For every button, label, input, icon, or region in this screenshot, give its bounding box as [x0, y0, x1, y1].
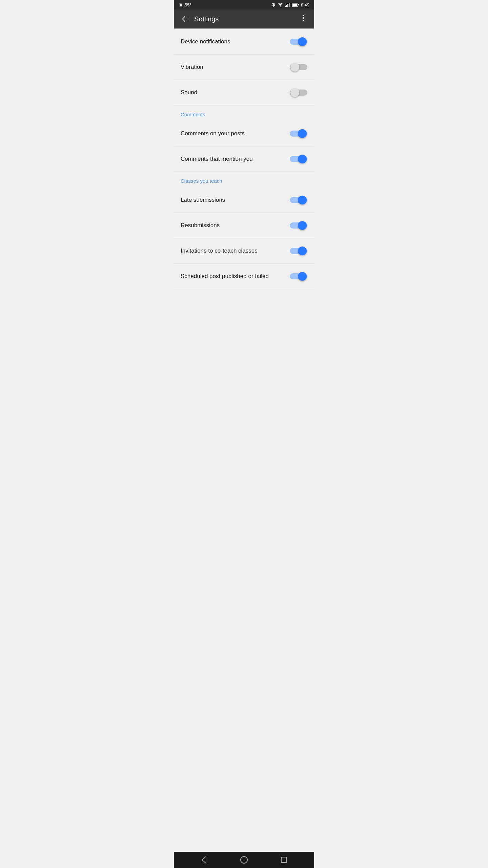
app-bar-left: Settings [179, 14, 219, 24]
toggle-thumb [298, 155, 307, 163]
comments-section-header: Comments [174, 105, 314, 121]
toggle-thumb [298, 129, 307, 138]
home-nav-icon [239, 855, 249, 865]
toggle-thumb [298, 272, 307, 281]
late-submissions-toggle[interactable] [290, 195, 307, 205]
scheduled-post-toggle[interactable] [290, 271, 307, 281]
resubmissions-item: Resubmissions [174, 213, 314, 238]
svg-point-8 [303, 15, 304, 16]
recents-nav-icon [279, 855, 289, 865]
toggle-thumb [290, 63, 299, 72]
scheduled-post-label: Scheduled post published or failed [181, 273, 269, 280]
scheduled-post-item: Scheduled post published or failed [174, 264, 314, 289]
classes-section-header: Classes you teach [174, 172, 314, 188]
toggle-thumb [298, 246, 307, 255]
comments-on-posts-toggle[interactable] [290, 129, 307, 139]
svg-rect-2 [286, 5, 287, 7]
sound-label: Sound [181, 89, 197, 96]
toggle-thumb [298, 196, 307, 204]
home-nav-button[interactable] [237, 852, 251, 867]
late-submissions-item: Late submissions [174, 188, 314, 213]
svg-rect-4 [289, 3, 290, 7]
wifi-icon [278, 2, 283, 7]
comments-section-title: Comments [181, 112, 205, 117]
app-bar: Settings [174, 9, 314, 28]
resubmissions-toggle[interactable] [290, 220, 307, 231]
comments-mention-item: Comments that mention you [174, 146, 314, 172]
bottom-nav [174, 852, 314, 868]
back-button[interactable] [179, 14, 190, 24]
temperature: 55° [185, 2, 191, 7]
device-notifications-toggle[interactable] [290, 37, 307, 47]
back-nav-icon [199, 855, 209, 865]
svg-point-0 [280, 6, 281, 7]
svg-rect-1 [285, 6, 286, 7]
svg-point-12 [241, 856, 247, 863]
toggle-thumb [298, 221, 307, 230]
sound-toggle[interactable] [290, 87, 307, 98]
signal-icon [285, 2, 290, 7]
comments-mention-toggle[interactable] [290, 154, 307, 164]
page-title: Settings [194, 15, 219, 23]
svg-rect-7 [298, 4, 299, 5]
toggle-thumb [298, 37, 307, 46]
recents-nav-button[interactable] [277, 852, 291, 867]
svg-marker-11 [202, 856, 206, 863]
svg-point-9 [303, 17, 304, 19]
status-left: ▣ 55° [179, 2, 191, 7]
back-nav-button[interactable] [197, 852, 211, 867]
bluetooth-icon [271, 2, 276, 7]
settings-content: Device notifications Vibration Sound Com… [174, 29, 314, 852]
vibration-label: Vibration [181, 64, 203, 71]
invitations-coteach-item: Invitations to co-teach classes [174, 238, 314, 264]
more-button[interactable] [298, 13, 309, 25]
svg-rect-6 [292, 4, 297, 6]
svg-rect-13 [281, 857, 287, 863]
classes-section-title: Classes you teach [181, 178, 222, 184]
device-notifications-item: Device notifications [174, 29, 314, 55]
late-submissions-label: Late submissions [181, 197, 225, 203]
vibration-toggle[interactable] [290, 62, 307, 72]
invitations-coteach-label: Invitations to co-teach classes [181, 248, 258, 254]
resubmissions-label: Resubmissions [181, 222, 220, 229]
svg-point-10 [303, 20, 304, 21]
svg-rect-3 [287, 4, 288, 7]
sound-item: Sound [174, 80, 314, 105]
sim-icon: ▣ [179, 2, 183, 7]
toggle-thumb [290, 88, 299, 97]
comments-on-posts-label: Comments on your posts [181, 130, 245, 137]
time: 8:49 [301, 2, 309, 7]
invitations-coteach-toggle[interactable] [290, 246, 307, 256]
comments-mention-label: Comments that mention you [181, 156, 253, 162]
battery-icon [292, 3, 299, 7]
status-bar: ▣ 55° 8:49 [174, 0, 314, 9]
vibration-item: Vibration [174, 55, 314, 80]
device-notifications-label: Device notifications [181, 38, 230, 45]
comments-on-posts-item: Comments on your posts [174, 121, 314, 146]
status-right: 8:49 [271, 2, 309, 7]
